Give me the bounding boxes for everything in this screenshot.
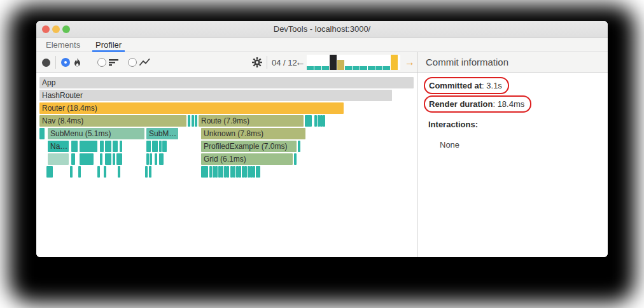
flame-bar[interactable] — [120, 141, 122, 152]
flame-bar[interactable] — [100, 153, 102, 165]
flame-bar[interactable] — [159, 141, 162, 152]
toolbar-separator — [267, 56, 267, 69]
flame-bar[interactable] — [152, 141, 158, 152]
next-commit-button[interactable]: → — [405, 52, 415, 73]
flame-bar[interactable] — [233, 166, 235, 178]
commit-bar-9[interactable] — [368, 66, 375, 70]
flame-bar[interactable] — [113, 153, 115, 165]
commit-bar-8[interactable] — [360, 66, 367, 70]
flame-bar[interactable] — [294, 153, 297, 165]
flame-bar[interactable] — [162, 141, 167, 152]
commit-counter: 04 / 12 — [272, 52, 297, 73]
flame-bar-submenu[interactable]: SubMenu (5.1ms) — [48, 128, 144, 139]
flame-bar[interactable] — [305, 115, 312, 127]
flame-bar[interactable] — [146, 141, 151, 152]
flame-bar[interactable] — [314, 115, 317, 127]
profiler-toolbar: 04 / 12 ← → — [36, 52, 417, 73]
commit-bar-11[interactable] — [383, 66, 390, 70]
commit-bar-chart — [307, 55, 400, 70]
interactions-label: Interactions: — [428, 120, 601, 129]
committed-at-line: Committed at: 3.1s — [429, 81, 502, 90]
interactions-view-button[interactable] — [139, 52, 150, 73]
flame-bar[interactable] — [155, 153, 157, 165]
interactions-none: None — [440, 140, 601, 150]
flame-bar[interactable] — [188, 115, 190, 127]
flame-bar[interactable] — [70, 166, 73, 178]
flame-bar[interactable] — [100, 141, 104, 152]
flamegraph-radio[interactable] — [61, 52, 70, 73]
flame-bar-subm[interactable]: SubM… — [146, 128, 178, 139]
flame-bar[interactable] — [105, 153, 111, 165]
flamegraph-view-button[interactable] — [73, 52, 82, 73]
flame-bar[interactable] — [195, 115, 197, 127]
flame-bar[interactable] — [159, 153, 164, 165]
commit-bar-7[interactable] — [353, 66, 360, 70]
flame-bar[interactable] — [116, 153, 122, 165]
flame-bar-router[interactable]: Router (18.4ms) — [39, 102, 344, 114]
flame-bar[interactable] — [104, 166, 106, 178]
flame-bar[interactable] — [244, 166, 247, 178]
flame-bar[interactable] — [258, 166, 260, 178]
flame-bar[interactable] — [48, 153, 69, 165]
ranked-view-button[interactable] — [109, 52, 119, 73]
commit-info-body: Committed at: 3.1s Render duration: 18.4… — [417, 73, 608, 153]
flame-bar[interactable] — [221, 166, 223, 178]
flame-bar-profiledexample[interactable]: ProfiledExample (7.0ms) — [201, 141, 297, 152]
flame-bar[interactable] — [298, 141, 300, 152]
commit-bar-12[interactable] — [391, 55, 398, 70]
flame-bar[interactable] — [150, 153, 152, 165]
flame-bar[interactable] — [209, 166, 212, 178]
ranked-icon — [109, 58, 119, 67]
flame-bar[interactable] — [145, 166, 148, 178]
flame-bar[interactable] — [215, 166, 218, 178]
flame-bar[interactable] — [192, 115, 194, 127]
flame-bar-route[interactable]: Route (7.9ms) — [199, 115, 304, 127]
render-duration-value: : 18.4ms — [493, 99, 524, 109]
flame-bar[interactable] — [118, 166, 120, 178]
record-button[interactable] — [42, 52, 50, 73]
commit-bar-2[interactable] — [314, 66, 321, 70]
flame-bar-na[interactable]: Na… — [48, 141, 69, 152]
flame-bar[interactable] — [146, 153, 149, 165]
ranked-radio[interactable] — [97, 52, 106, 73]
flame-bar[interactable] — [71, 153, 75, 165]
tab-bar: Elements Profiler — [36, 38, 608, 52]
tab-profiler[interactable]: Profiler — [92, 39, 125, 52]
flame-icon — [73, 57, 82, 67]
commit-info-header: Commit information — [417, 52, 608, 73]
flame-bar-hashrouter[interactable]: HashRouter — [39, 90, 392, 101]
committed-at-annotation: Committed at: 3.1s — [424, 77, 509, 94]
flame-bar[interactable] — [253, 166, 255, 178]
flame-bar[interactable] — [149, 166, 151, 178]
flame-bar[interactable] — [239, 166, 241, 178]
commit-bar-5[interactable] — [337, 60, 344, 70]
flame-bar-app[interactable]: App — [39, 77, 414, 88]
commit-bar-4[interactable] — [330, 55, 337, 70]
flame-bar[interactable] — [80, 153, 94, 165]
flame-bar[interactable] — [201, 166, 208, 178]
flame-bar[interactable] — [227, 166, 229, 178]
flame-bar-unknown[interactable]: Unknown (7.8ms) — [201, 128, 305, 139]
radio-selected-icon — [61, 58, 70, 67]
render-duration-label: Render duration — [429, 99, 493, 109]
interactions-radio[interactable] — [128, 52, 137, 73]
flame-bar[interactable] — [105, 141, 111, 152]
settings-button[interactable] — [252, 52, 262, 73]
commit-bar-10[interactable] — [375, 66, 382, 70]
flame-bar-grid[interactable]: Grid (6.1ms) — [201, 153, 293, 165]
title-bar[interactable]: DevTools - localhost:3000/ — [36, 21, 608, 38]
flame-bar[interactable] — [78, 166, 81, 178]
commit-bar-1[interactable] — [307, 66, 314, 70]
flame-bar[interactable] — [46, 166, 53, 178]
flame-bar[interactable] — [39, 128, 45, 139]
commit-bar-3[interactable] — [322, 66, 329, 70]
flame-bar[interactable] — [71, 141, 78, 152]
flame-bar[interactable] — [80, 141, 97, 152]
tab-elements[interactable]: Elements — [46, 39, 80, 52]
prev-commit-button[interactable]: ← — [295, 52, 305, 73]
flame-bar[interactable] — [323, 115, 325, 127]
flame-bar[interactable] — [113, 141, 118, 152]
flame-bar[interactable] — [97, 166, 100, 178]
flame-bar-nav[interactable]: Nav (8.4ms) — [39, 115, 186, 127]
commit-bar-6[interactable] — [345, 66, 352, 70]
